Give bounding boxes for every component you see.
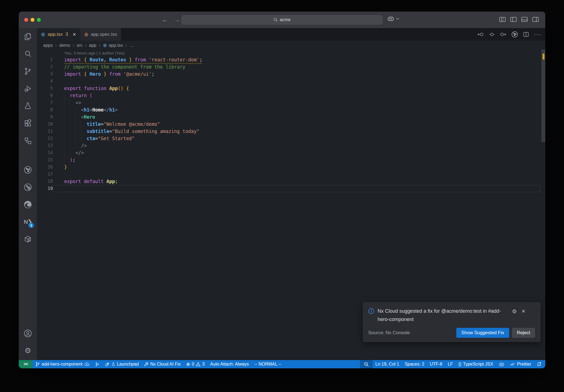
line-number[interactable]: 1 xyxy=(37,56,53,63)
language-mode-item[interactable]: {} TypeScript JSX xyxy=(456,360,496,368)
breadcrumb-item[interactable]: app.tsx xyxy=(103,43,123,48)
line-number[interactable]: 7 xyxy=(37,99,53,106)
testing-icon[interactable] xyxy=(21,99,34,113)
show-suggested-fix-button[interactable]: Show Suggested Fix xyxy=(456,328,509,338)
toggle-panel-button[interactable] xyxy=(521,17,528,22)
code-line[interactable]: 2// importing the component from the lib… xyxy=(37,63,545,70)
notification-settings-icon[interactable]: ⚙ xyxy=(512,308,517,315)
nx-cloud-fix-item[interactable]: Nx Cloud AI Fix xyxy=(142,360,183,368)
encoding-item[interactable]: UTF-8 xyxy=(427,360,445,368)
accounts-icon[interactable] xyxy=(21,327,34,340)
more-actions-icon[interactable]: ··· xyxy=(534,31,541,38)
line-number[interactable]: 16 xyxy=(37,164,53,171)
breadcrumb-item[interactable]: src xyxy=(77,43,82,48)
nx-console-icon[interactable]: N❯ 1 xyxy=(21,215,34,228)
remote-indicator[interactable]: >< xyxy=(19,360,32,368)
close-window-button[interactable] xyxy=(24,18,28,22)
git-graph-item[interactable] xyxy=(92,360,102,368)
navigate-forward-icon[interactable]: → xyxy=(174,16,180,23)
nav-current-edit-icon[interactable] xyxy=(489,32,495,37)
line-number[interactable]: 3 xyxy=(37,70,53,78)
line-number[interactable]: 11 xyxy=(37,128,53,135)
edge-browser-icon[interactable] xyxy=(21,198,34,211)
settings-gear-icon[interactable]: ⚙ xyxy=(21,344,34,357)
editor-scrollbar[interactable] xyxy=(541,41,545,360)
code-line[interactable]: 14</> xyxy=(37,149,545,156)
line-number[interactable]: 19 xyxy=(37,185,53,192)
line-number[interactable]: 17 xyxy=(37,171,53,178)
close-tab-icon[interactable]: ✕ xyxy=(72,32,76,37)
line-number[interactable]: 6 xyxy=(37,92,53,99)
code-line[interactable]: 3import { Hero } from '@acme/ui'; xyxy=(37,70,545,78)
vim-mode-item[interactable]: -- NORMAL -- xyxy=(252,360,284,368)
command-center-search[interactable]: acme xyxy=(181,15,383,24)
customize-layout-button[interactable] xyxy=(499,17,506,22)
code-line[interactable]: 4 xyxy=(37,78,545,85)
reject-button[interactable]: Reject xyxy=(512,328,535,338)
problems-item[interactable]: ⊗ 0 3 xyxy=(183,360,207,368)
breadcrumb-item[interactable]: demo xyxy=(59,43,70,48)
nx-graph-icon[interactable] xyxy=(21,163,34,176)
notification-close-icon[interactable]: ✕ xyxy=(521,308,525,314)
copilot-menu[interactable] xyxy=(387,16,399,22)
search-sidebar-icon[interactable] xyxy=(21,47,34,61)
line-number[interactable]: 15 xyxy=(37,156,53,164)
line-number[interactable]: 9 xyxy=(37,113,53,121)
nav-next-edit-icon[interactable] xyxy=(500,32,506,37)
breadcrumb-item[interactable]: … xyxy=(129,43,134,48)
code-line[interactable]: 7<> xyxy=(37,99,545,106)
line-number[interactable]: 2 xyxy=(37,63,53,70)
line-number[interactable]: 10 xyxy=(37,121,53,128)
line-number[interactable]: 4 xyxy=(37,78,53,85)
nx-graph-focus-icon[interactable] xyxy=(21,181,34,194)
minimize-window-button[interactable] xyxy=(31,18,34,22)
code-line[interactable]: 18export default App; xyxy=(37,178,545,185)
nx-run-target-icon[interactable] xyxy=(511,31,518,38)
extensions-icon[interactable] xyxy=(21,117,34,130)
git-branch-item[interactable]: add-hero-component xyxy=(32,360,92,368)
breadcrumb-item[interactable]: app xyxy=(89,43,96,48)
code-line[interactable]: 16} xyxy=(37,164,545,171)
zoom-out-indicator[interactable] xyxy=(360,360,373,368)
eol-item[interactable]: LF xyxy=(445,360,456,368)
tab-app-tsx[interactable]: app.tsx 3 ✕ xyxy=(37,28,80,41)
toggle-primary-sidebar-button[interactable] xyxy=(510,17,517,22)
remote-explorer-icon[interactable] xyxy=(21,134,34,147)
scrollbar-thumb[interactable] xyxy=(541,50,545,142)
tab-app-spec-tsx[interactable]: app.spec.tsx xyxy=(80,28,121,41)
package-box-icon[interactable] xyxy=(21,233,34,246)
formatter-item[interactable]: ✓✓ Prettier xyxy=(507,360,534,368)
nav-previous-edit-icon[interactable] xyxy=(478,32,484,37)
line-number[interactable]: 8 xyxy=(37,106,53,113)
code-line[interactable]: 13/> xyxy=(37,142,545,149)
run-debug-icon[interactable] xyxy=(21,82,34,95)
source-control-icon[interactable] xyxy=(21,65,34,78)
code-line[interactable]: 15); xyxy=(37,156,545,164)
split-editor-icon[interactable] xyxy=(523,32,529,37)
launchpad-item[interactable]: Launchpad xyxy=(102,360,142,368)
code-line[interactable]: 1import { Route, Routes } from 'react-ro… xyxy=(37,56,545,63)
code-line[interactable]: 6return ( xyxy=(37,92,545,99)
code-line[interactable]: 19 xyxy=(37,185,545,192)
explorer-icon[interactable] xyxy=(21,30,34,43)
zoom-window-button[interactable] xyxy=(37,18,41,22)
line-number[interactable]: 13 xyxy=(37,142,53,149)
navigate-back-icon[interactable]: ← xyxy=(162,16,168,23)
code-line[interactable]: 12cta="Get Started" xyxy=(37,135,545,142)
code-line[interactable]: 10title="Welcmoe @acme/demo" xyxy=(37,121,545,128)
line-number[interactable]: 14 xyxy=(37,149,53,156)
code-line[interactable]: 11subtitle="Build something amazing toda… xyxy=(37,128,545,135)
indentation-item[interactable]: Spaces: 2 xyxy=(402,360,427,368)
copilot-status-item[interactable] xyxy=(496,360,507,368)
code-line[interactable]: 5export function App() { xyxy=(37,85,545,92)
line-number[interactable]: 12 xyxy=(37,135,53,142)
code-line[interactable]: 17 xyxy=(37,171,545,178)
auto-attach-item[interactable]: Auto Attach: Always xyxy=(207,360,252,368)
line-number[interactable]: 5 xyxy=(37,85,53,92)
toggle-secondary-sidebar-button[interactable] xyxy=(532,17,539,22)
breadcrumb-item[interactable]: apps xyxy=(43,43,53,48)
code-line[interactable]: 8<h1>Home</h1> xyxy=(37,106,545,113)
line-number[interactable]: 18 xyxy=(37,178,53,185)
cursor-position-item[interactable]: Ln 19, Col 1 xyxy=(373,360,402,368)
notifications-bell-item[interactable] xyxy=(534,360,545,368)
